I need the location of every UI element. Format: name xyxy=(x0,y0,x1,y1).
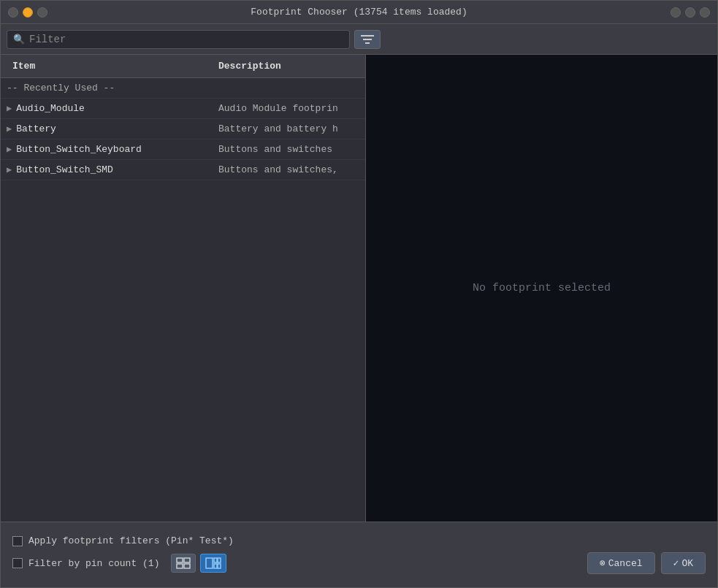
expand-arrow-icon: ▶ xyxy=(7,123,12,134)
filter-pin-row: Filter by pin count (1) xyxy=(12,558,159,569)
apply-filters-row: Apply footprint filters (Pin* Test*) xyxy=(12,535,706,546)
svg-rect-8 xyxy=(214,558,217,562)
minimize-button[interactable] xyxy=(23,7,33,18)
main-window: Footprint Chooser (13754 items loaded) 🔍 xyxy=(0,0,718,588)
row-item-button-switch-smd: ▶ Button_Switch_SMD xyxy=(1,162,213,177)
expand-arrow-icon: ▶ xyxy=(7,144,12,155)
svg-rect-0 xyxy=(361,35,374,37)
ok-icon: ✓ xyxy=(673,557,679,569)
titlebar-dot-1 xyxy=(671,7,681,18)
main-content: Item Description -- Recently Used -- ▶ A… xyxy=(1,55,717,522)
titlebar: Footprint Chooser (13754 items loaded) xyxy=(1,1,717,24)
titlebar-controls xyxy=(8,7,47,18)
row-desc-button-switch-keyboard: Buttons and switches xyxy=(213,142,365,157)
filter-pin-label: Filter by pin count (1) xyxy=(28,558,159,569)
bottom-icons xyxy=(171,554,226,573)
table-row[interactable]: ▶ Audio_Module Audio Module footprin xyxy=(1,99,365,119)
cancel-icon: ⊗ xyxy=(600,557,606,569)
table-row[interactable]: ▶ Button_Switch_SMD Buttons and switches… xyxy=(1,160,365,180)
no-footprint-label: No footprint selected xyxy=(473,282,611,294)
ok-label: OK xyxy=(681,558,693,569)
expand-arrow-icon: ▶ xyxy=(7,103,12,114)
cancel-label: Cancel xyxy=(608,558,643,569)
svg-rect-6 xyxy=(184,564,190,568)
row-desc-audio-module: Audio Module footprin xyxy=(213,101,365,116)
table-row[interactable]: -- Recently Used -- xyxy=(1,78,365,99)
table-row[interactable]: ▶ Battery Battery and battery h xyxy=(1,119,365,140)
bottom-actions: Filter by pin count (1) xyxy=(12,552,706,574)
svg-rect-9 xyxy=(218,558,221,562)
toolbar: 🔍 xyxy=(1,24,717,55)
footprint-view-button[interactable] xyxy=(171,554,196,573)
row-item-button-switch-keyboard: ▶ Button_Switch_Keyboard xyxy=(1,142,213,157)
cancel-button[interactable]: ⊗ Cancel xyxy=(587,552,655,574)
svg-rect-3 xyxy=(177,558,183,562)
column-desc-header: Description xyxy=(213,58,365,75)
titlebar-dot-3 xyxy=(700,7,710,18)
row-item-audio-module: ▶ Audio_Module xyxy=(1,101,213,116)
row-item-recently-used: -- Recently Used -- xyxy=(1,80,213,96)
expand-arrow-icon: ▶ xyxy=(7,164,12,175)
svg-rect-5 xyxy=(177,564,183,568)
row-item-label: Button_Switch_SMD xyxy=(16,164,113,175)
svg-rect-1 xyxy=(363,39,372,40)
filter-options-button[interactable] xyxy=(354,30,381,49)
close-button[interactable] xyxy=(8,7,18,18)
ok-button[interactable]: ✓ OK xyxy=(661,552,706,574)
titlebar-right-controls xyxy=(671,7,710,18)
search-icon: 🔍 xyxy=(13,34,25,45)
row-item-label: Battery xyxy=(16,123,56,134)
filter-pin-checkbox[interactable] xyxy=(12,558,23,568)
apply-filters-label: Apply footprint filters (Pin* Test*) xyxy=(28,535,234,546)
svg-rect-7 xyxy=(206,558,213,568)
bottom-buttons: ⊗ Cancel ✓ OK xyxy=(587,552,706,574)
window-title: Footprint Chooser (13754 items loaded) xyxy=(251,7,467,18)
titlebar-dot-2 xyxy=(685,7,695,18)
svg-rect-4 xyxy=(184,558,190,562)
svg-rect-2 xyxy=(365,42,370,44)
row-desc-battery: Battery and battery h xyxy=(213,121,365,137)
maximize-button[interactable] xyxy=(37,7,47,18)
svg-rect-11 xyxy=(218,564,221,568)
row-desc-recently-used xyxy=(213,86,365,91)
search-box: 🔍 xyxy=(7,30,350,49)
footprint-detail-button[interactable] xyxy=(200,554,226,573)
search-input[interactable] xyxy=(29,34,343,45)
row-item-label: Button_Switch_Keyboard xyxy=(16,144,142,155)
table-header: Item Description xyxy=(1,55,365,78)
table-row[interactable]: ▶ Button_Switch_Keyboard Buttons and swi… xyxy=(1,140,365,160)
apply-filters-checkbox[interactable] xyxy=(12,536,23,546)
row-desc-button-switch-smd: Buttons and switches, xyxy=(213,162,365,177)
row-item-battery: ▶ Battery xyxy=(1,121,213,137)
right-panel: No footprint selected xyxy=(366,55,717,522)
left-panel: Item Description -- Recently Used -- ▶ A… xyxy=(1,55,366,522)
column-item-header: Item xyxy=(1,58,213,75)
bottom-bar: Apply footprint filters (Pin* Test*) Fil… xyxy=(1,522,717,587)
row-item-label: Audio_Module xyxy=(16,103,85,114)
svg-rect-10 xyxy=(214,564,217,568)
recently-used-label: -- Recently Used -- xyxy=(7,83,115,93)
table-body: -- Recently Used -- ▶ Audio_Module Audio… xyxy=(1,78,365,522)
